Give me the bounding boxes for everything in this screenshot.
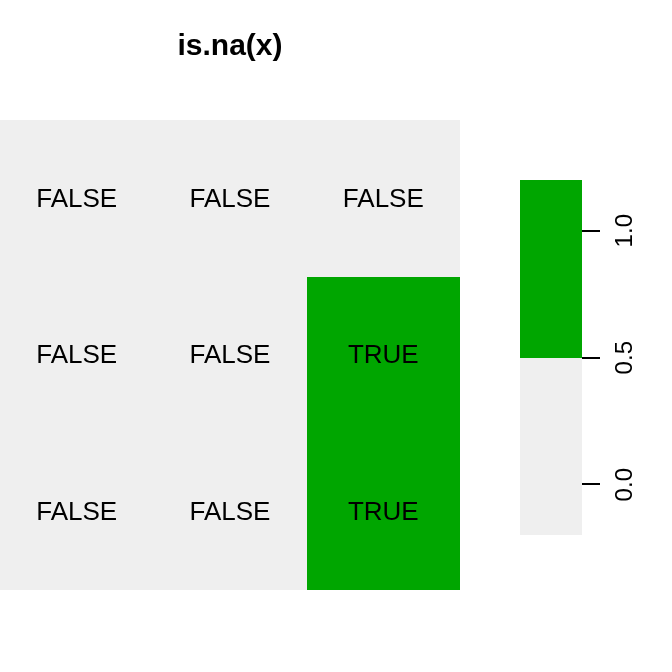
color-legend: [520, 180, 582, 535]
heatmap-cell: FALSE: [0, 433, 153, 590]
heatmap-grid: FALSE FALSE FALSE FALSE FALSE TRUE FALSE…: [0, 120, 460, 590]
heatmap-cell: FALSE: [153, 120, 306, 277]
tick-mark-icon: [582, 483, 600, 485]
legend-high-color: [520, 180, 582, 358]
tick-mark-icon: [582, 230, 600, 232]
heatmap-cell: FALSE: [153, 433, 306, 590]
heatmap-cell: FALSE: [307, 120, 460, 277]
heatmap-cell: TRUE: [307, 277, 460, 434]
heatmap-cell: FALSE: [153, 277, 306, 434]
legend-axis: 1.0 0.5 0.0: [582, 180, 672, 535]
chart-title: is.na(x): [0, 28, 460, 62]
legend-bar: [520, 180, 582, 535]
heatmap-cell: TRUE: [307, 433, 460, 590]
legend-tick-label: 0.0: [610, 468, 638, 501]
legend-tick-label: 0.5: [610, 341, 638, 374]
heatmap-cell: FALSE: [0, 277, 153, 434]
legend-low-color: [520, 358, 582, 536]
heatmap-cell: FALSE: [0, 120, 153, 277]
tick-mark-icon: [582, 357, 600, 359]
legend-tick-label: 1.0: [610, 214, 638, 247]
